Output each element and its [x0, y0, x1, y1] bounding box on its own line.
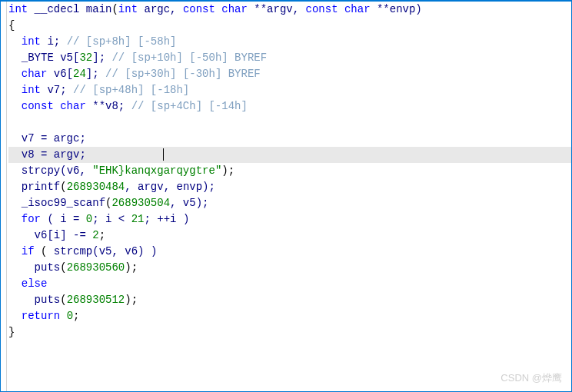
token: ( — [35, 245, 54, 257]
line-gutter — [1, 2, 7, 391]
keyword: const char — [306, 3, 371, 15]
token: (v6, — [60, 164, 92, 177]
code-line[interactable]: char v6[24]; // [sp+30h] [-30h] BYREF — [8, 66, 571, 82]
code-line[interactable]: _BYTE v5[32]; // [sp+10h] [-50h] BYREF — [8, 50, 571, 66]
code-line[interactable]: const char **v8; // [sp+4Ch] [-14h] — [8, 98, 571, 115]
number: 0 — [86, 213, 92, 225]
token: ; ++i ) — [144, 213, 189, 225]
code-line[interactable]: _isoc99_scanf(268930504, v5); — [8, 195, 571, 211]
keyword: return — [22, 310, 60, 322]
number: 21 — [131, 213, 145, 225]
token: (v5, v6) ) — [92, 245, 157, 257]
code-line[interactable]: { — [8, 18, 571, 34]
code-line[interactable]: printf(268930484, argv, envp); — [8, 179, 571, 195]
brace: } — [8, 326, 15, 338]
code-line[interactable]: } — [8, 324, 571, 341]
keyword: if — [22, 245, 35, 257]
number: 268930560 — [67, 261, 125, 274]
code-editor[interactable]: int __cdecl main(int argc, const char **… — [0, 0, 572, 392]
token — [8, 197, 22, 209]
token: _BYTE v5[ — [8, 51, 79, 64]
token — [8, 181, 22, 193]
keyword: int — [8, 3, 28, 15]
token — [8, 164, 22, 177]
code-line[interactable] — [8, 115, 571, 131]
comment: // [sp+30h] [-30h] BYREF — [105, 68, 261, 80]
string-literal: "EHK}kanqxgarqygtre" — [92, 164, 221, 177]
code-line[interactable]: int i; // [sp+8h] [-58h] — [8, 34, 571, 50]
code-line[interactable]: else — [8, 276, 571, 292]
token: argc, — [138, 3, 183, 15]
token — [8, 261, 35, 274]
token — [8, 100, 22, 112]
code-line[interactable]: v6[i] -= 2; — [8, 228, 571, 244]
token: ]; — [86, 68, 105, 80]
number: 2 — [92, 229, 98, 241]
token: v8 = argv; — [8, 148, 86, 161]
function-call: strcpy — [22, 164, 60, 177]
function-name: main — [86, 3, 112, 15]
function-call: strcmp — [54, 245, 92, 257]
token: ); — [125, 261, 138, 274]
number: 0 — [67, 310, 73, 322]
function-call: _isoc99_scanf — [22, 197, 105, 209]
token: v6[i] -= — [8, 229, 92, 241]
token: ( — [60, 294, 66, 306]
token: ( i = — [41, 213, 86, 225]
keyword: const char — [22, 100, 86, 112]
code-content[interactable]: int __cdecl main(int argc, const char **… — [1, 2, 571, 341]
token: **argv, — [248, 3, 306, 15]
code-line[interactable]: int v7; // [sp+48h] [-18h] — [8, 82, 571, 98]
function-call: puts — [35, 261, 61, 274]
keyword: int — [22, 35, 41, 48]
code-line[interactable]: if ( strcmp(v5, v6) ) — [8, 244, 571, 260]
token — [8, 245, 22, 257]
code-line[interactable]: strcpy(v6, "EHK}kanqxgarqygtre"); — [8, 163, 571, 179]
comment: // [sp+10h] [-50h] BYREF — [111, 51, 267, 64]
number: 32 — [79, 51, 92, 64]
token — [60, 310, 66, 322]
token: , argv, envp); — [125, 181, 215, 193]
token: i; — [41, 35, 67, 48]
token: ]; — [92, 51, 111, 64]
brace: { — [8, 19, 15, 32]
watermark-text: CSDN @烨鹰 — [500, 371, 562, 385]
token: v7 = argc; — [8, 132, 86, 145]
token — [8, 277, 22, 290]
code-line[interactable]: int __cdecl main(int argc, const char **… — [8, 2, 571, 18]
code-line[interactable]: puts(268930512); — [8, 292, 571, 308]
text-cursor — [163, 148, 164, 161]
keyword: int — [118, 3, 138, 15]
code-line[interactable]: v7 = argc; — [8, 131, 571, 147]
token: , v5); — [170, 197, 208, 209]
keyword: const char — [183, 3, 248, 15]
token: ; — [99, 229, 105, 241]
function-call: puts — [35, 294, 61, 306]
token — [8, 68, 22, 80]
code-line[interactable]: puts(268930560); — [8, 260, 571, 276]
token: **envp) — [371, 3, 422, 15]
comment: // [sp+4Ch] [-14h] — [131, 100, 248, 112]
keyword: int — [22, 84, 41, 96]
code-line[interactable]: for ( i = 0; i < 21; ++i ) — [8, 211, 571, 228]
token — [8, 310, 22, 322]
token: v6[ — [47, 68, 73, 80]
keyword: char — [22, 68, 48, 80]
token — [8, 213, 22, 225]
token: ); — [221, 164, 234, 177]
token — [8, 35, 22, 48]
token — [8, 294, 35, 306]
code-line-highlighted[interactable]: v8 = argv; — [8, 147, 571, 163]
number: 24 — [73, 68, 86, 80]
token — [8, 84, 22, 96]
token: **v8; — [86, 100, 131, 112]
code-line[interactable]: return 0; — [8, 308, 571, 324]
token: ; — [73, 310, 79, 322]
token: ( — [60, 261, 66, 274]
token: v7; — [41, 84, 73, 96]
number: 268930484 — [67, 181, 125, 193]
token: __cdecl — [28, 3, 86, 15]
number: 268930504 — [111, 197, 170, 209]
comment: // [sp+8h] [-58h] — [67, 35, 177, 48]
function-call: printf — [22, 181, 60, 193]
